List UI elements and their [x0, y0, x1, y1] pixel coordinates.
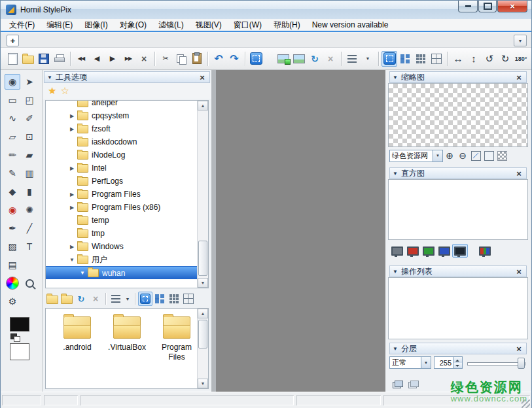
minimize-button[interactable]	[458, 1, 478, 12]
print-button[interactable]	[52, 51, 67, 67]
histogram-panel-header[interactable]: ▼ 直方图 ×	[389, 167, 527, 179]
view-tool[interactable]: ◉	[5, 74, 20, 90]
menu-filter[interactable]: 滤镜(L)	[152, 18, 190, 32]
fileview-scrollbar[interactable]: ▲ ▼	[197, 309, 208, 388]
channel-colors-button[interactable]	[477, 244, 493, 258]
zoom-in-button[interactable]: ⊕	[443, 149, 456, 162]
collapse-arrow-icon[interactable]: ▼	[393, 75, 398, 80]
tree-item-perflogs[interactable]: PerfLogs	[46, 175, 198, 188]
select-tool[interactable]: ➤	[22, 74, 37, 90]
chevron-down-icon[interactable]: ▼	[433, 150, 442, 162]
redo-button[interactable]: ↷	[226, 51, 242, 67]
export-image-button[interactable]	[291, 51, 307, 67]
flip-vertical-button[interactable]: ↕	[466, 51, 482, 67]
gradient-tool[interactable]: ▨	[5, 239, 20, 254]
panel-close-button[interactable]: ×	[514, 344, 523, 354]
selection-mode-button[interactable]	[248, 51, 264, 67]
action-list[interactable]	[388, 277, 528, 339]
scroll-up-button[interactable]: ▲	[198, 101, 208, 110]
tab-list-dropdown-button[interactable]: ▼	[514, 35, 527, 46]
grid-options-button[interactable]	[429, 51, 444, 67]
remove-image-button[interactable]: ×	[323, 51, 338, 67]
copy-button[interactable]	[173, 51, 189, 67]
collapse-arrow-icon[interactable]: ▼	[79, 270, 86, 276]
menu-edit[interactable]: 编辑(E)	[41, 18, 79, 32]
action-list-panel-header[interactable]: ▼ 操作列表 ×	[389, 265, 527, 277]
channel-blue-button[interactable]	[436, 244, 452, 258]
scrollbar-thumb[interactable]	[198, 320, 207, 348]
background-color-swatch[interactable]	[10, 343, 29, 360]
new-layer-button[interactable]	[389, 377, 405, 392]
background-pattern-button[interactable]	[495, 149, 508, 162]
zoom-tool[interactable]	[22, 275, 37, 291]
pencil-tool[interactable]: ✏	[5, 147, 20, 163]
file-item-program-files[interactable]: Program Files	[152, 316, 202, 362]
sort-dropdown-button[interactable]: ▼	[123, 292, 132, 306]
fit-window-button[interactable]	[469, 149, 482, 162]
layers-panel-header[interactable]: ▼ 分层 ×	[389, 343, 527, 354]
previous-image-button[interactable]: ◀	[89, 51, 105, 67]
open-button[interactable]	[20, 51, 36, 67]
expand-arrow-icon[interactable]: ▶	[68, 113, 76, 119]
tree-item-cpqsystem[interactable]: ▶cpqsystem	[46, 109, 198, 122]
text-tool[interactable]: T	[22, 239, 37, 254]
brush-tool[interactable]: ✐	[22, 110, 37, 126]
stamp-tool[interactable]: ▮	[22, 184, 37, 199]
tree-scrollbar[interactable]: ▲ ▼	[197, 101, 208, 288]
lasso-tool[interactable]: ∿	[5, 110, 20, 126]
folder-up-button[interactable]	[45, 292, 60, 306]
rotate-left-button[interactable]: ↺	[482, 51, 497, 67]
collapse-arrow-icon[interactable]: ▼	[68, 257, 76, 263]
refresh-folder-button[interactable]: ↻	[74, 292, 88, 306]
tree-item-iaskdocdown[interactable]: iaskdocdown	[46, 135, 198, 148]
large-icons-view-button[interactable]	[138, 292, 152, 306]
favorite-star-outline-icon[interactable]: ☆	[60, 85, 69, 97]
new-tab-button[interactable]: +	[7, 35, 19, 46]
file-item-virtualbox[interactable]: .VirtualBox	[102, 316, 152, 362]
collapse-arrow-icon[interactable]: ▼	[47, 75, 52, 80]
panel-close-button[interactable]: ×	[514, 73, 523, 82]
next-image-button[interactable]: ▶	[105, 51, 120, 67]
line-tool[interactable]: ╱	[22, 220, 37, 236]
tree-item-windows[interactable]: ▶Windows	[46, 240, 198, 253]
scroll-down-button[interactable]: ▼	[198, 379, 208, 388]
panel-close-button[interactable]: ×	[514, 267, 523, 277]
thumbnail-preview[interactable]	[388, 83, 528, 147]
undo-button[interactable]: ↶	[211, 51, 226, 67]
expand-arrow-icon[interactable]: ▶	[68, 244, 76, 250]
titlebar[interactable]: Hornil StylePix ×	[1, 1, 531, 20]
chevron-down-icon[interactable]: ▼	[421, 357, 431, 368]
channel-rgb-button[interactable]	[452, 244, 468, 258]
new-button[interactable]	[5, 51, 20, 67]
expand-arrow-icon[interactable]: ▶	[68, 192, 76, 197]
rotate-right-button[interactable]: ↻	[497, 51, 513, 67]
thumbnail-panel-header[interactable]: ▼ 缩略图 ×	[389, 71, 527, 83]
import-image-button[interactable]	[275, 51, 291, 67]
close-document-button[interactable]: ×	[136, 51, 152, 67]
spin-up-icon[interactable]	[453, 357, 462, 363]
blend-mode-select[interactable]: 正常 ▼	[389, 356, 431, 369]
menu-help[interactable]: 帮助(H)	[268, 18, 306, 32]
close-button[interactable]: ×	[497, 1, 527, 12]
menu-view[interactable]: 视图(V)	[190, 18, 228, 32]
arrange-list-button[interactable]	[344, 51, 360, 67]
expand-arrow-icon[interactable]: ▶	[68, 165, 76, 171]
details-view-button[interactable]	[181, 292, 196, 306]
actual-size-button[interactable]	[482, 149, 495, 162]
save-button[interactable]	[36, 51, 52, 67]
eraser-tool[interactable]: ▰	[22, 147, 37, 163]
first-image-button[interactable]: ◀◀	[73, 51, 89, 67]
collapse-arrow-icon[interactable]: ▼	[393, 171, 398, 177]
color-wheel-tool[interactable]	[5, 275, 20, 291]
menu-image[interactable]: 图像(I)	[79, 18, 113, 32]
canvas[interactable]	[211, 70, 385, 392]
collapse-arrow-icon[interactable]: ▼	[393, 346, 398, 352]
menu-object[interactable]: 对象(O)	[114, 18, 152, 32]
tree-item-program-files[interactable]: ▶Program Files	[46, 188, 198, 201]
channel-green-button[interactable]	[421, 244, 436, 258]
maximize-button[interactable]	[478, 1, 497, 12]
zoom-out-button[interactable]: ⊖	[456, 149, 469, 162]
menu-file[interactable]: 文件(F)	[3, 18, 41, 32]
tree-item-inodelog[interactable]: iNodeLog	[46, 148, 198, 162]
menu-update-notice[interactable]: New version available	[306, 19, 395, 31]
